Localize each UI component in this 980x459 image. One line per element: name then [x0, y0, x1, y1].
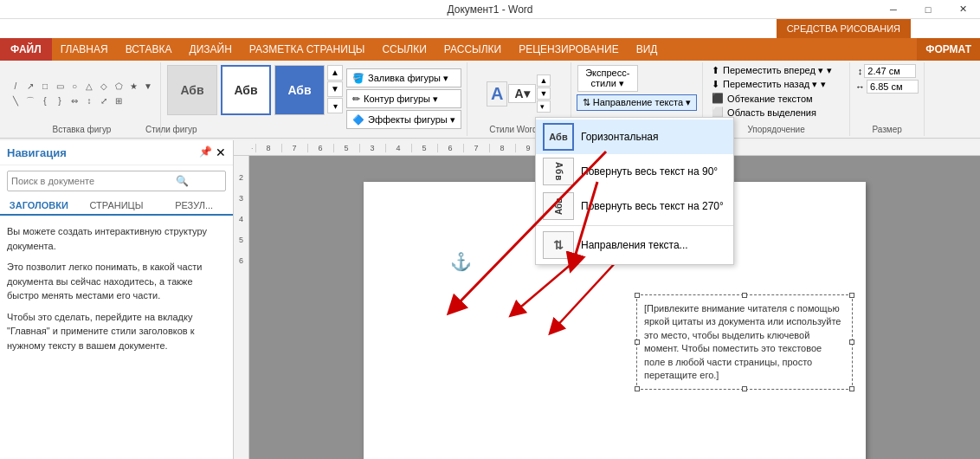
handle-tc[interactable]: [742, 293, 747, 298]
maximize-button[interactable]: □: [911, 0, 945, 18]
move-forward-button[interactable]: ⬆ Переместить вперед ▾ ▾: [708, 64, 835, 77]
tab-view[interactable]: ВИД: [628, 38, 667, 61]
tab-design[interactable]: ДИЗАЙН: [181, 38, 241, 61]
style-btn-3[interactable]: Абв: [274, 65, 325, 115]
text-direction-label: Направление текста ▾: [593, 97, 691, 108]
directions-icon: ⇅: [543, 231, 574, 259]
shape-l4[interactable]: }: [53, 94, 67, 108]
tab-insert[interactable]: ВСТАВКА: [117, 38, 181, 61]
tab-home[interactable]: ГЛАВНАЯ: [52, 38, 117, 61]
context-tab-bar: СРЕДСТВА РИСОВАНИЯ: [0, 19, 980, 38]
tab-headings[interactable]: ЗАГОЛОВКИ: [0, 197, 78, 214]
title-bar: Документ1 - Word ─ □ ✕: [0, 0, 980, 19]
rotate270-text-icon: Абв: [543, 192, 574, 220]
tab-format[interactable]: ФОРМАТ: [917, 38, 980, 61]
wordart-text-btn[interactable]: A▾: [508, 84, 535, 103]
style-btn-1[interactable]: Абв: [167, 65, 217, 115]
shape-line[interactable]: /: [9, 80, 23, 94]
shape-styles-label: Стили фигур: [145, 125, 197, 134]
search-icon: 🔍: [172, 173, 192, 189]
close-button[interactable]: ✕: [945, 0, 980, 18]
shape-triangle[interactable]: △: [82, 80, 96, 94]
nav-pin-button[interactable]: 📌: [199, 145, 212, 159]
style-buttons: Абв Абв Абв ▲ ▼ ▾: [166, 64, 343, 116]
handle-bc[interactable]: [742, 386, 747, 391]
handle-tl[interactable]: [635, 293, 640, 298]
tab-references[interactable]: ССЫЛКИ: [373, 38, 435, 61]
wrap-text-button[interactable]: ⬛ Обтекание текстом: [708, 92, 816, 105]
tab-mailings[interactable]: РАССЫЛКИ: [435, 38, 510, 61]
shape-l1[interactable]: ╲: [9, 94, 23, 108]
style-btn-2[interactable]: Абв: [221, 65, 271, 115]
shape-l6[interactable]: ↕: [82, 94, 96, 108]
shape-circle[interactable]: ○: [68, 80, 81, 94]
ruler-vertical: 2 3 4 5 6: [234, 156, 249, 459]
nav-search[interactable]: 🔍: [7, 171, 226, 191]
shape-rect[interactable]: □: [38, 80, 52, 94]
handle-ml[interactable]: [635, 339, 640, 345]
style-scroll: ▲ ▼ ▾: [327, 64, 343, 114]
arrange-content: ⬆ Переместить вперед ▾ ▾ ⬇ Переместить н…: [708, 64, 844, 122]
effect-icon: 🔷: [352, 114, 364, 126]
tab-results[interactable]: РЕЗУЛ...: [155, 197, 233, 214]
handle-bl[interactable]: [635, 386, 640, 391]
nav-controls: 📌 ✕: [199, 145, 226, 159]
shape-pentagon[interactable]: ⬠: [112, 80, 126, 94]
wordart-scroll-up[interactable]: ▲: [537, 74, 551, 87]
minimize-button[interactable]: ─: [876, 0, 911, 18]
shape-l5[interactable]: ⇔: [68, 94, 81, 108]
anchor-icon: ⚓: [450, 251, 472, 272]
shape-l2[interactable]: ⌒: [23, 94, 37, 108]
shape-l3[interactable]: {: [38, 94, 52, 108]
wordart-scroll-down[interactable]: ▼: [537, 87, 551, 100]
express-styles-button[interactable]: Экспресс-стили ▾: [577, 65, 638, 92]
search-input[interactable]: [8, 174, 172, 188]
width-input[interactable]: [867, 80, 919, 94]
shape-l7[interactable]: ⤢: [97, 94, 111, 108]
tab-file[interactable]: ФАЙЛ: [0, 38, 52, 61]
shape-arrow[interactable]: ↗: [23, 80, 37, 94]
size-group: ↕ ↔ Размер: [850, 62, 925, 136]
tab-review[interactable]: РЕЦЕНЗИРОВАНИЕ: [510, 38, 627, 61]
menu-item-rotate90[interactable]: Абв Повернуть весь текст на 90°: [536, 154, 733, 189]
shape-star[interactable]: ★: [126, 80, 140, 94]
shape-l8[interactable]: ⊞: [112, 94, 126, 108]
nav-para-1: Вы можете создать интерактивную структур…: [7, 224, 226, 253]
nav-close-button[interactable]: ✕: [216, 145, 226, 159]
shapes-more[interactable]: ▼: [141, 80, 155, 94]
wordart-a-big[interactable]: A: [487, 81, 507, 107]
move-forward-icon: ⬆: [712, 65, 719, 76]
move-forward-dropdown[interactable]: ▾: [827, 65, 832, 76]
text-content: Экспресс-стили ▾ ⇅ Направление текста ▾: [577, 64, 697, 123]
move-back-dropdown[interactable]: ▾: [821, 79, 826, 90]
menu-item-directions[interactable]: ⇅ Направления текста...: [536, 228, 733, 262]
size-content: ↕ ↔: [855, 64, 919, 123]
text-direction-button[interactable]: ⇅ Направление текста ▾: [577, 94, 697, 111]
rotate90-text-icon: Абв: [543, 158, 574, 185]
drawing-tools-context-tab[interactable]: СРЕДСТВА РИСОВАНИЯ: [777, 19, 911, 38]
effect-figure-button[interactable]: 🔷 Эффекты фигуры ▾: [346, 110, 461, 129]
menu-item-horizontal[interactable]: Абв Горизонтальная: [536, 120, 733, 154]
shape-diamond[interactable]: ◇: [97, 80, 111, 94]
height-input[interactable]: [864, 64, 916, 78]
fill-figure-button[interactable]: 🪣 Заливка фигуры ▾: [346, 68, 461, 87]
style-scroll-up[interactable]: ▲: [327, 65, 343, 81]
wordart-more[interactable]: ▾: [537, 100, 551, 113]
contour-figure-button[interactable]: ✏ Контур фигуры ▾: [346, 89, 461, 108]
handle-mr[interactable]: [849, 339, 854, 345]
handle-br[interactable]: [849, 386, 854, 391]
shape-rounded[interactable]: ▭: [53, 80, 67, 94]
title-controls: ─ □ ✕: [876, 0, 980, 18]
handle-tr[interactable]: [849, 293, 854, 298]
tab-page-layout[interactable]: РАЗМЕТКА СТРАНИЦЫ: [241, 38, 374, 61]
text-dir-icon: ⇅: [583, 97, 590, 108]
fill-icon: 🪣: [352, 73, 364, 84]
menu-item-rotate270[interactable]: Абв Повернуть весь текст на 270°: [536, 189, 733, 223]
tab-pages[interactable]: СТРАНИЦЫ: [78, 197, 156, 214]
move-back-button[interactable]: ⬇ Переместить назад ▾ ▾: [708, 78, 829, 91]
style-scroll-more[interactable]: ▾: [327, 98, 343, 113]
menu-item-horizontal-label: Горизонтальная: [581, 131, 659, 143]
style-scroll-down[interactable]: ▼: [327, 81, 343, 97]
menu-separator: [536, 225, 733, 226]
text-box[interactable]: [Привлеките внимание читателя с помощью …: [636, 294, 853, 390]
